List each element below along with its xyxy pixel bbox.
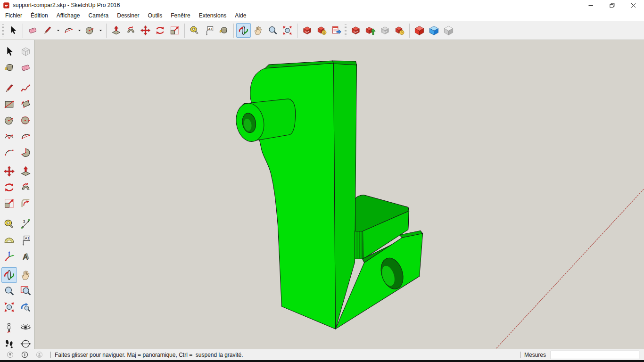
model-support-bracket[interactable]	[233, 61, 423, 329]
get-models-icon	[350, 25, 361, 36]
menu-item-extensions[interactable]: Extensions	[195, 11, 231, 20]
arc-icon	[63, 25, 74, 36]
dimensions-tool-button[interactable]	[18, 216, 33, 232]
upload-model-button[interactable]	[363, 23, 378, 38]
orbit-tool-button[interactable]	[1, 267, 17, 283]
component-box-icon	[20, 46, 32, 58]
arc-tool-button[interactable]	[1, 129, 17, 144]
freehand-tool-button[interactable]	[18, 81, 33, 96]
protractor-tool-button[interactable]	[1, 232, 17, 248]
two-point-arc-tool-button[interactable]	[18, 129, 33, 144]
restore-button[interactable]	[602, 0, 623, 10]
share-model-button[interactable]	[314, 23, 329, 38]
select-arrow-icon	[8, 25, 18, 36]
text-tool-button[interactable]	[202, 23, 216, 38]
minimize-icon	[587, 2, 594, 9]
close-icon	[630, 2, 637, 9]
follow-me-tool-button[interactable]	[18, 180, 33, 195]
position-camera-button[interactable]	[1, 320, 17, 336]
menu-item-affichage[interactable]: Affichage	[52, 11, 84, 20]
tape-measure-tool-button[interactable]	[1, 216, 17, 232]
polygon-tool-button[interactable]	[18, 113, 33, 128]
menu-item-aide[interactable]: Aide	[231, 11, 250, 20]
style-gray-cube-button[interactable]	[441, 23, 456, 38]
axes-tool-button[interactable]	[1, 248, 17, 264]
rotate-tool-button[interactable]	[1, 180, 17, 195]
follow-me-tool-button[interactable]	[124, 23, 138, 38]
line-tool-button[interactable]	[1, 81, 17, 96]
pan-tool-button[interactable]	[18, 267, 33, 283]
eraser-tool-button[interactable]	[18, 60, 33, 75]
get-models-button[interactable]	[348, 23, 363, 38]
circle-tool-button[interactable]	[1, 113, 17, 128]
scene-svg	[35, 40, 644, 349]
push-pull-tool-button[interactable]	[18, 164, 33, 179]
style-red-cube-button[interactable]	[412, 23, 427, 38]
scale-tool-button[interactable]	[1, 196, 17, 211]
menu-item-edition[interactable]: Édition	[26, 11, 52, 20]
zoom-extents-button[interactable]	[1, 299, 17, 315]
style-blue-cube-button[interactable]	[427, 23, 441, 38]
eraser-tool-button[interactable]	[25, 23, 40, 38]
select-tool-button[interactable]	[1, 44, 17, 59]
toolbar-drag-handle[interactable]	[2, 25, 4, 37]
select-tool-button[interactable]	[6, 23, 20, 38]
send-to-layout-button[interactable]	[329, 23, 344, 38]
menu-item-fenetre[interactable]: Fenêtre	[166, 11, 194, 20]
credits-info-icon[interactable]	[21, 351, 29, 359]
make-component-button[interactable]	[18, 44, 33, 59]
geolocation-icon[interactable]	[6, 351, 14, 359]
move-tool-button[interactable]	[1, 164, 17, 179]
arc-tool-button[interactable]	[61, 23, 76, 38]
3d-text-tool-button[interactable]	[18, 248, 33, 264]
three-point-arc-tool-button[interactable]	[1, 145, 17, 160]
look-around-button[interactable]	[18, 320, 33, 336]
move-icon	[3, 165, 15, 177]
circle-tool-button[interactable]	[83, 23, 97, 38]
share-component-button[interactable]	[378, 23, 392, 38]
line-tool-button[interactable]	[40, 23, 55, 38]
zoom-tool-button[interactable]	[265, 23, 280, 38]
menu-item-dessiner[interactable]: Dessiner	[113, 11, 143, 20]
toolbar-drag-handle[interactable]	[345, 25, 347, 37]
pan-tool-button[interactable]	[251, 23, 265, 38]
scale-tool-button[interactable]	[167, 23, 182, 38]
arc-tool-dropdown[interactable]	[76, 23, 83, 38]
orbit-tool-button[interactable]	[236, 23, 251, 38]
eraser-icon	[20, 62, 32, 74]
pie-tool-button[interactable]	[18, 145, 33, 160]
line-tool-dropdown[interactable]	[55, 23, 61, 38]
zoom-window-button[interactable]	[18, 283, 33, 299]
menu-item-fichier[interactable]: Fichier	[1, 11, 26, 20]
tape-measure-tool-button[interactable]	[187, 23, 202, 38]
sign-in-person-icon[interactable]	[35, 351, 43, 359]
extension-warehouse-icon	[394, 25, 405, 36]
minimize-button[interactable]	[580, 0, 602, 10]
close-button[interactable]	[623, 0, 644, 10]
text-tool-button[interactable]	[18, 232, 33, 248]
menu-item-camera[interactable]: Caméra	[84, 11, 113, 20]
rotate-tool-button[interactable]	[153, 23, 167, 38]
measures-input[interactable]	[551, 351, 639, 359]
red-axis-line	[496, 189, 644, 348]
previous-view-button[interactable]	[18, 299, 33, 315]
paint-bucket-tool-button[interactable]	[216, 23, 231, 38]
toolbar-separator	[106, 24, 107, 38]
rotated-rectangle-tool-button[interactable]	[18, 97, 33, 112]
extension-warehouse-button[interactable]	[392, 23, 407, 38]
rectangle-tool-button[interactable]	[1, 97, 17, 112]
offset-tool-button[interactable]	[18, 196, 33, 211]
viewport[interactable]	[35, 40, 644, 349]
measures-label: Mesures	[524, 352, 546, 358]
paint-bucket-tool-button[interactable]	[1, 60, 17, 75]
title-bar: support-compar2.skp - SketchUp Pro 2016	[0, 0, 644, 10]
menu-item-outils[interactable]: Outils	[144, 11, 167, 20]
section-plane-icon	[20, 338, 32, 350]
zoom-tool-button[interactable]	[1, 283, 17, 299]
zoom-extents-button[interactable]	[280, 23, 295, 38]
select-arrow-icon	[3, 46, 15, 58]
push-pull-tool-button[interactable]	[109, 23, 124, 38]
warehouse-button[interactable]	[300, 23, 314, 38]
circle-tool-dropdown[interactable]	[97, 23, 104, 38]
move-tool-button[interactable]	[138, 23, 153, 38]
